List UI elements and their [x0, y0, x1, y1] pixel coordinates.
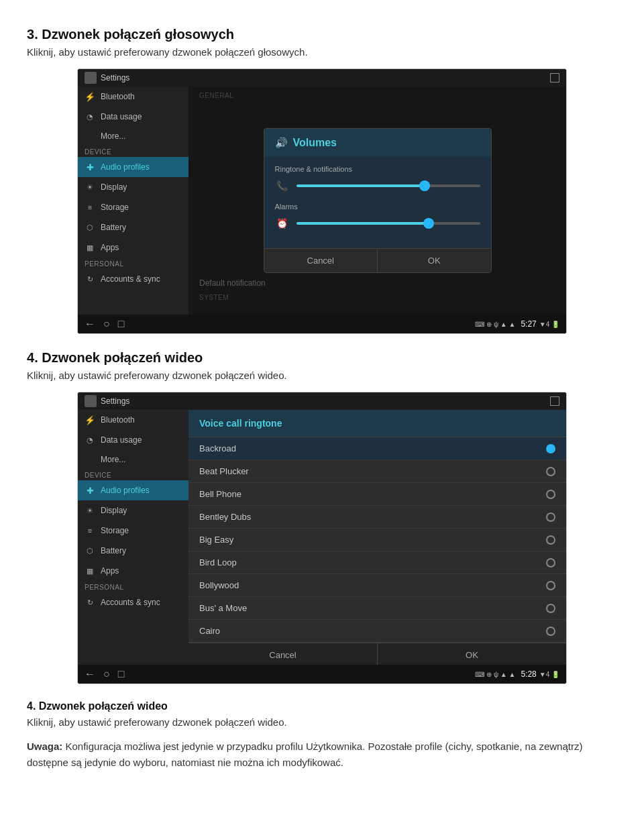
- screenshot-2: Settings ⚡ Bluetooth ◔ Data usage: [77, 392, 567, 684]
- alarms-label: Alarms: [275, 203, 480, 211]
- radio-backroad: [546, 444, 555, 453]
- audio-icon-2: ✚: [85, 485, 95, 496]
- section-4-subtext: Kliknij, aby ustawić preferowany dzwonek…: [27, 370, 617, 381]
- sidebar-item-battery-2[interactable]: ⬡ Battery: [78, 541, 189, 561]
- status-icons-2: ⌨ ⊕ ψ ▲ ▲: [475, 671, 515, 678]
- dialog-cancel-1[interactable]: Cancel: [264, 249, 378, 272]
- radio-bus-a-move: [546, 604, 555, 613]
- battery-icon-2: ⬡: [85, 545, 95, 556]
- apps-icon-1: ▦: [85, 242, 95, 253]
- accounts-icon-2: ↻: [85, 597, 95, 608]
- section-4-note-subtext: Kliknij, aby ustawić preferowany dzwonek…: [27, 716, 617, 728]
- radio-beat-plucker: [546, 467, 555, 476]
- radio-cairo: [546, 627, 555, 636]
- sidebar-item-bluetooth-1[interactable]: ⚡ Bluetooth: [78, 87, 189, 107]
- sidebar-2: ⚡ Bluetooth ◔ Data usage More... DEVICE …: [78, 410, 189, 665]
- dialog-title-1: 🔊 Volumes: [264, 129, 491, 157]
- storage-icon-2: ≡: [85, 525, 95, 536]
- settings-layout-2: ⚡ Bluetooth ◔ Data usage More... DEVICE …: [78, 410, 566, 665]
- ringtone-item-backroad[interactable]: Backroad: [189, 437, 566, 460]
- alarm-icon: ⏰: [275, 216, 290, 231]
- note-prefix: Uwaga:: [27, 741, 62, 752]
- screen-title-1: Settings: [85, 72, 129, 84]
- ringtone-list: Voice call ringtone Backroad Beat Plucke…: [189, 410, 566, 665]
- nav-buttons-2: ← ○ □: [85, 668, 124, 680]
- sidebar-item-apps-1[interactable]: ▦ Apps: [78, 237, 189, 258]
- nav-buttons-1: ← ○ □: [85, 318, 124, 330]
- ringtone-item-big-easy[interactable]: Big Easy: [189, 529, 566, 551]
- screen-topbar-2: Settings: [78, 392, 566, 410]
- sidebar-item-data-1[interactable]: ◔ Data usage: [78, 107, 189, 127]
- ringtone-item-bollywood[interactable]: Bollywood: [189, 574, 566, 597]
- settings-layout-1: ⚡ Bluetooth ◔ Data usage More... DEVICE …: [78, 87, 566, 315]
- back-btn-1[interactable]: ←: [85, 318, 95, 330]
- status-time-1: 5:27: [521, 319, 536, 329]
- android-screen-1: Settings ⚡ Bluetooth ◔ Data usage: [78, 69, 566, 333]
- note-text: Konfiguracja możliwa jest jedynie w przy…: [27, 741, 582, 768]
- recents-btn-1[interactable]: □: [118, 318, 125, 330]
- signal-icon-1: ▼4 🔋: [539, 321, 559, 328]
- note-paragraph: Uwaga: Konfiguracja możliwa jest jedynie…: [27, 739, 617, 771]
- ringtone-item-bell-phone[interactable]: Bell Phone: [189, 483, 566, 506]
- ringtone-cancel[interactable]: Cancel: [189, 643, 378, 667]
- sidebar-item-audio-2[interactable]: ✚ Audio profiles: [78, 480, 189, 500]
- sidebar-item-battery-1[interactable]: ⬡ Battery: [78, 217, 189, 237]
- screenshot-1: Settings ⚡ Bluetooth ◔ Data usage: [77, 68, 567, 334]
- ringtone-slider-fill: [297, 184, 425, 187]
- sidebar-item-apps-2[interactable]: ▦ Apps: [78, 561, 189, 581]
- signal-icon-2: ▼4 🔋: [539, 671, 559, 678]
- alarms-slider-thumb[interactable]: [423, 218, 434, 229]
- sidebar-item-bluetooth-2[interactable]: ⚡ Bluetooth: [78, 410, 189, 430]
- sidebar-item-storage-1[interactable]: ≡ Storage: [78, 197, 189, 217]
- home-btn-1[interactable]: ○: [103, 318, 110, 330]
- ringtone-item-cairo[interactable]: Cairo: [189, 620, 566, 643]
- sidebar-item-data-2[interactable]: ◔ Data usage: [78, 430, 189, 450]
- section-4-note-heading: 4. Dzwonek połączeń wideo: [27, 700, 617, 712]
- ringtone-slider[interactable]: [297, 184, 480, 187]
- sidebar-item-more-1[interactable]: More...: [78, 127, 189, 146]
- ringtone-slider-row: 📞: [275, 178, 480, 193]
- sidebar-item-audio-1[interactable]: ✚ Audio profiles: [78, 157, 189, 177]
- dialog-ok-1[interactable]: OK: [378, 249, 491, 272]
- ringtone-list-header: Voice call ringtone: [189, 410, 566, 437]
- android-screen-2: Settings ⚡ Bluetooth ◔ Data usage: [78, 392, 566, 684]
- personal-label-1: PERSONAL: [78, 258, 189, 269]
- sidebar-item-accounts-2[interactable]: ↻ Accounts & sync: [78, 592, 189, 612]
- device-label-2: DEVICE: [78, 469, 189, 480]
- alarms-slider[interactable]: [297, 222, 480, 225]
- screen-title-2: Settings: [85, 395, 129, 407]
- ringtone-item-bird-loop[interactable]: Bird Loop: [189, 551, 566, 574]
- bluetooth-icon-2: ⚡: [85, 415, 95, 425]
- radio-bell-phone: [546, 490, 555, 499]
- checkbox-2[interactable]: [550, 396, 559, 406]
- sidebar-item-accounts-1[interactable]: ↻ Accounts & sync: [78, 269, 189, 289]
- radio-bollywood: [546, 581, 555, 590]
- checkbox-1[interactable]: [550, 73, 559, 83]
- recents-btn-2[interactable]: □: [118, 668, 125, 680]
- radio-big-easy: [546, 535, 555, 545]
- alarms-slider-fill: [297, 222, 429, 225]
- ringtone-item-beat-plucker[interactable]: Beat Plucker: [189, 460, 566, 483]
- sidebar-item-display-1[interactable]: ☀ Display: [78, 177, 189, 197]
- storage-icon-1: ≡: [85, 202, 95, 213]
- back-btn-2[interactable]: ←: [85, 668, 95, 680]
- display-icon-2: ☀: [85, 505, 95, 516]
- personal-label-2: PERSONAL: [78, 581, 189, 592]
- dialog-body-1: Ringtone & notifications 📞 Alarms: [264, 157, 491, 248]
- apps-icon-2: ▦: [85, 565, 95, 576]
- accounts-icon-1: ↻: [85, 274, 95, 284]
- ringtone-ok[interactable]: OK: [378, 643, 566, 667]
- settings-icon-1: [85, 72, 97, 84]
- section-4-heading: 4. Dzwonek połączeń wideo: [27, 350, 617, 366]
- sidebar-item-display-2[interactable]: ☀ Display: [78, 500, 189, 521]
- home-btn-2[interactable]: ○: [103, 668, 110, 680]
- display-icon-1: ☀: [85, 182, 95, 193]
- status-right-1: ⌨ ⊕ ψ ▲ ▲ 5:27 ▼4 🔋: [475, 319, 559, 329]
- sidebar-item-storage-2[interactable]: ≡ Storage: [78, 521, 189, 541]
- status-time-2: 5:28: [521, 669, 536, 679]
- ringtone-item-bus-a-move[interactable]: Bus' a Move: [189, 597, 566, 620]
- sidebar-item-more-2[interactable]: More...: [78, 450, 189, 469]
- status-bar-1: ← ○ □ ⌨ ⊕ ψ ▲ ▲ 5:27 ▼4 🔋: [78, 315, 566, 333]
- ringtone-slider-thumb[interactable]: [419, 180, 430, 191]
- ringtone-item-bentley-dubs[interactable]: Bentley Dubs: [189, 506, 566, 529]
